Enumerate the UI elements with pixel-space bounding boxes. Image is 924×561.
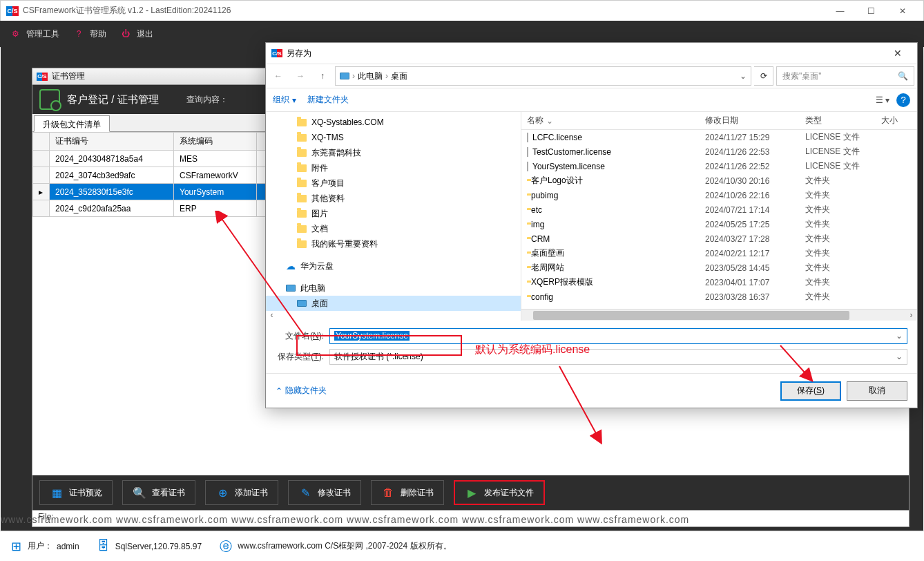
tree-item[interactable]: 文档: [266, 221, 521, 236]
tree-item[interactable]: ☁华为云盘: [266, 258, 521, 274]
file-row[interactable]: 老周网站2023/05/28 14:45文件夹: [521, 260, 917, 275]
new-folder-button[interactable]: 新建文件夹: [307, 94, 349, 106]
menu-help[interactable]: ? 帮助: [72, 27, 106, 41]
col-name[interactable]: 名称⌄: [521, 112, 700, 129]
file-row[interactable]: 客户Logo设计2024/10/30 20:16文件夹: [521, 173, 917, 188]
file-icon: [527, 162, 528, 171]
menu-tools[interactable]: ⚙ 管理工具: [8, 27, 59, 41]
user-label: 用户：: [28, 540, 52, 552]
file-rows[interactable]: LCFC.license2024/11/27 15:29LICENSE 文件Te…: [521, 130, 917, 309]
file-row[interactable]: 桌面壁画2024/02/21 12:17文件夹: [521, 246, 917, 260]
tab-upgrade-list[interactable]: 升级包文件清单: [34, 115, 110, 132]
file-row[interactable]: config2023/03/28 16:37文件夹: [521, 289, 917, 304]
action-bar: ▦证书预览 🔍查看证书 ⊕添加证书 ✎修改证书 🗑删除证书 ▶发布证书文件: [32, 475, 909, 510]
save-button[interactable]: 保存(S): [780, 381, 841, 401]
chevron-down-icon: ▾: [292, 95, 296, 105]
inner-title-text: 证书管理: [52, 70, 85, 82]
chevron-down-icon[interactable]: ⌄: [896, 352, 903, 361]
main-titlebar: C/S CSFramework证书管理系统 v1.2 - LastEdition…: [0, 0, 924, 21]
watermark: www.csframework.com www.csframework.com …: [1, 514, 923, 525]
pc-icon: [296, 298, 307, 308]
hide-folders-link[interactable]: ⌃隐藏文件夹: [276, 385, 327, 397]
menu-exit[interactable]: ⏻ 退出: [119, 27, 153, 41]
tree-item[interactable]: 桌面: [266, 296, 521, 311]
tool-heading: 客户登记 / 证书管理: [67, 93, 159, 106]
tools-icon: ⚙: [8, 27, 22, 41]
file-row[interactable]: pubimg2024/10/26 22:16文件夹: [521, 188, 917, 202]
tree-item[interactable]: 东莞喜鹊科技: [266, 145, 521, 160]
search-placeholder: 搜索"桌面": [782, 70, 822, 82]
filename-label: 文件名(N):: [276, 330, 324, 342]
btn-delete[interactable]: 🗑删除证书: [371, 480, 444, 505]
chevron-down-icon[interactable]: ⌄: [740, 71, 747, 81]
dialog-close-button[interactable]: ✕: [884, 44, 912, 63]
pc-icon: [340, 73, 349, 79]
pc-icon: [285, 283, 296, 293]
close-button[interactable]: ✕: [887, 1, 918, 21]
dialog-toolbar: 组织▾ 新建文件夹 ☰ ▾ ?: [266, 88, 917, 112]
tree-item[interactable]: 我的账号重要资料: [266, 236, 521, 251]
col-sys[interactable]: 系统编码: [174, 133, 257, 151]
file-row[interactable]: TestCustomer.license2024/11/26 22:53LICE…: [521, 144, 917, 159]
cancel-button[interactable]: 取消: [847, 381, 907, 401]
scroll-thumb[interactable]: [533, 311, 849, 320]
nav-back-button[interactable]: ←: [269, 66, 288, 86]
search-icon: 🔍: [898, 71, 908, 81]
col-size[interactable]: 大小: [876, 112, 910, 129]
tree-item[interactable]: 附件: [266, 160, 521, 175]
app-logo: C/S: [6, 6, 19, 16]
folder-tree[interactable]: XQ-Systables.COMXQ-TMS东莞喜鹊科技附件客户项目其他资料图片…: [266, 112, 521, 321]
minimize-button[interactable]: —: [825, 1, 856, 21]
search-box[interactable]: 搜索"桌面" 🔍: [776, 66, 914, 86]
user-value: admin: [57, 542, 79, 551]
refresh-button[interactable]: ⟳: [754, 66, 773, 86]
edit-icon: ✎: [298, 486, 312, 500]
tree-item[interactable]: 图片: [266, 206, 521, 221]
tree-item[interactable]: 其他资料: [266, 191, 521, 206]
file-row[interactable]: YourSystem.license2024/11/26 22:52LICENS…: [521, 159, 917, 173]
cert-icon: [39, 89, 60, 110]
breadcrumb-desktop[interactable]: 桌面: [391, 70, 407, 82]
db-value: SqlServer,120.79.85.97: [115, 542, 202, 551]
filename-input[interactable]: YourSystem.license⌄: [329, 328, 907, 344]
tree-item[interactable]: 此电脑: [266, 280, 521, 296]
help-icon: ?: [72, 27, 86, 41]
file-row[interactable]: img2024/05/25 17:25文件夹: [521, 217, 917, 231]
address-bar[interactable]: › 此电脑 › 桌面 ⌄: [335, 66, 751, 86]
organize-button[interactable]: 组织▾: [273, 94, 296, 106]
chevron-down-icon[interactable]: ⌄: [896, 331, 903, 341]
breadcrumb-pc[interactable]: 此电脑: [358, 70, 383, 82]
scroll-right-button[interactable]: ›: [905, 310, 917, 321]
save-as-dialog: C/S 另存为 ✕ ← → ↑ › 此电脑 › 桌面 ⌄ ⟳ 搜索"桌面" 🔍 …: [265, 42, 918, 408]
h-scrollbar[interactable]: ‹ ›: [521, 309, 917, 321]
delete-icon: 🗑: [381, 486, 395, 500]
chevron-icon: ⌃: [276, 386, 282, 396]
tree-item[interactable]: XQ-Systables.COM: [266, 115, 521, 130]
maximize-button[interactable]: ☐: [856, 1, 887, 21]
file-row[interactable]: etc2024/07/21 17:14文件夹: [521, 202, 917, 217]
publish-icon: ▶: [465, 486, 479, 500]
preview-icon: ▦: [50, 486, 64, 500]
tree-item[interactable]: 客户项目: [266, 175, 521, 191]
nav-forward-button[interactable]: →: [291, 66, 310, 86]
col-type[interactable]: 类型: [800, 112, 876, 129]
statusbar: ⊞ 用户： admin 🗄 SqlServer,120.79.85.97 ⓔ w…: [0, 531, 924, 561]
btn-publish[interactable]: ▶发布证书文件: [454, 480, 545, 505]
btn-add[interactable]: ⊕添加证书: [205, 480, 278, 505]
dialog-title: 另存为: [287, 48, 311, 59]
btn-preview[interactable]: ▦证书预览: [39, 480, 113, 505]
view-mode-button[interactable]: ☰ ▾: [876, 95, 889, 105]
file-row[interactable]: LCFC.license2024/11/27 15:29LICENSE 文件: [521, 130, 917, 144]
nav-up-button[interactable]: ↑: [313, 66, 332, 86]
col-date[interactable]: 修改日期: [700, 112, 800, 129]
btn-edit[interactable]: ✎修改证书: [288, 480, 361, 505]
chevron-right-icon: ›: [385, 71, 388, 81]
filetype-combo[interactable]: 软件授权证书 (*.license)⌄: [329, 349, 907, 365]
tree-item[interactable]: XQ-TMS: [266, 130, 521, 145]
btn-view[interactable]: 🔍查看证书: [122, 480, 195, 505]
help-icon[interactable]: ?: [896, 93, 910, 107]
sort-icon: ⌄: [546, 116, 553, 126]
col-cert[interactable]: 证书编号: [50, 133, 174, 151]
file-row[interactable]: XQERP报表模版2023/04/01 17:07文件夹: [521, 275, 917, 289]
file-row[interactable]: CRM2024/03/27 17:28文件夹: [521, 231, 917, 246]
